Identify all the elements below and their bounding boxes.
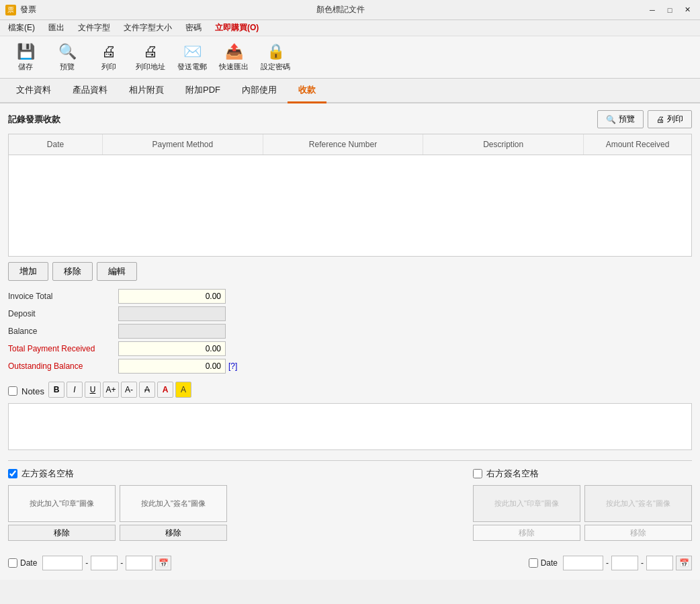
tab-photo-page[interactable]: 相片附頁 bbox=[118, 79, 175, 103]
tab-payment[interactable]: 收款 bbox=[288, 79, 326, 103]
signature-section: 左方簽名空格 按此加入"印章"圖像 按此加入"簽名"圖像 移除 移除 bbox=[8, 460, 692, 541]
right-stamp-button: 按此加入"印章"圖像 bbox=[473, 485, 580, 522]
right-sig-checkbox[interactable] bbox=[473, 469, 482, 478]
set-password-button[interactable]: 🔒 設定密碼 bbox=[255, 39, 296, 75]
tab-attach-pdf[interactable]: 附加PDF bbox=[175, 79, 231, 103]
table-body bbox=[9, 155, 691, 256]
right-sig-label: 右方簽名空格 bbox=[486, 468, 539, 480]
section-title: 記錄發票收款 bbox=[8, 114, 60, 126]
left-date-month-input[interactable] bbox=[91, 556, 118, 570]
signature-row: 左方簽名空格 按此加入"印章"圖像 按此加入"簽名"圖像 移除 移除 bbox=[8, 468, 692, 541]
print-icon: 🖨 bbox=[101, 43, 116, 60]
send-email-icon: ✉️ bbox=[183, 43, 202, 60]
left-sig-label: 左方簽名空格 bbox=[21, 468, 74, 480]
notes-section: Notes B I U A+ A- A A A bbox=[8, 382, 692, 452]
main-content: 記錄發票收款 🔍 預覽 🖨 列印 Date Payment Method Ref… bbox=[0, 103, 700, 580]
right-date-sep2: - bbox=[641, 558, 644, 568]
right-calendar-icon: 📅 bbox=[679, 558, 689, 568]
format-decrease-font-button[interactable]: A- bbox=[121, 382, 137, 398]
left-sig-button[interactable]: 按此加入"簽名"圖像 bbox=[120, 485, 227, 522]
tab-document-info[interactable]: 文件資料 bbox=[5, 79, 62, 103]
right-sig-boxes: 按此加入"印章"圖像 按此加入"簽名"圖像 bbox=[473, 485, 692, 522]
outstanding-balance-label: Outstanding Balance bbox=[8, 361, 116, 371]
col-reference-number: Reference Number bbox=[263, 134, 424, 155]
left-stamp-button[interactable]: 按此加入"印章"圖像 bbox=[8, 485, 116, 522]
preview-toolbar-button[interactable]: 🔍 預覽 bbox=[47, 39, 87, 75]
left-date-row: Date - - 📅 bbox=[8, 556, 171, 570]
window-title: 發票 bbox=[20, 4, 36, 15]
format-underline-button[interactable]: U bbox=[85, 382, 101, 398]
invoice-total-input[interactable] bbox=[118, 289, 226, 304]
tab-internal-use[interactable]: 內部使用 bbox=[231, 79, 288, 103]
left-date-year-input[interactable] bbox=[42, 556, 83, 570]
format-strikethrough-button[interactable]: A bbox=[139, 382, 155, 398]
color-label: 顏色標記文件 bbox=[316, 4, 365, 15]
send-email-button[interactable]: ✉️ 發送電郵 bbox=[172, 39, 212, 75]
left-date-sep1: - bbox=[85, 558, 88, 568]
menu-export[interactable]: 匯出 bbox=[46, 21, 67, 35]
left-date-picker-button[interactable]: 📅 bbox=[155, 556, 171, 570]
notes-textarea[interactable] bbox=[8, 403, 692, 450]
left-sig-checkbox-row: 左方簽名空格 bbox=[8, 468, 227, 480]
right-date-checkbox[interactable] bbox=[529, 558, 538, 568]
right-date-picker-button[interactable]: 📅 bbox=[676, 556, 692, 570]
left-date-checkbox[interactable] bbox=[8, 558, 17, 568]
record-action-buttons: 增加 移除 編輯 bbox=[8, 262, 692, 281]
format-red-text-button[interactable]: A bbox=[157, 382, 173, 398]
left-stamp-remove-button[interactable]: 移除 bbox=[8, 525, 116, 541]
table-header: Date Payment Method Reference Number Des… bbox=[9, 134, 691, 155]
preview-section-button[interactable]: 🔍 預覽 bbox=[597, 110, 644, 128]
notes-checkbox[interactable] bbox=[8, 386, 17, 396]
col-payment-method: Payment Method bbox=[103, 134, 263, 155]
right-date-day-input[interactable] bbox=[646, 556, 673, 570]
add-record-button[interactable]: 增加 bbox=[8, 262, 48, 281]
close-button[interactable]: ✕ bbox=[680, 3, 695, 17]
print-section-button[interactable]: 🖨 列印 bbox=[648, 110, 692, 128]
menu-file[interactable]: 檔案(E) bbox=[5, 21, 38, 35]
left-signature-side: 左方簽名空格 按此加入"印章"圖像 按此加入"簽名"圖像 移除 移除 bbox=[8, 468, 227, 541]
left-sig-remove-button[interactable]: 移除 bbox=[120, 525, 227, 541]
col-date: Date bbox=[9, 134, 103, 155]
print-button[interactable]: 🖨 列印 bbox=[89, 39, 129, 75]
save-label: 儲存 bbox=[18, 62, 33, 72]
notes-header: Notes B I U A+ A- A A A bbox=[8, 382, 692, 400]
print-address-button[interactable]: 🖨 列印地址 bbox=[130, 39, 171, 75]
minimize-button[interactable]: ─ bbox=[645, 3, 660, 17]
tab-product-info[interactable]: 產品資料 bbox=[62, 79, 118, 103]
left-sig-checkbox[interactable] bbox=[8, 469, 17, 478]
help-link[interactable]: [?] bbox=[228, 361, 249, 371]
right-date-month-input[interactable] bbox=[611, 556, 638, 570]
left-date-label: Date bbox=[20, 558, 37, 568]
format-increase-font-button[interactable]: A+ bbox=[103, 382, 119, 398]
deposit-label: Deposit bbox=[8, 309, 116, 318]
total-payment-received-input[interactable] bbox=[118, 341, 226, 356]
preview-section-icon: 🔍 bbox=[606, 115, 616, 124]
set-password-icon: 🔒 bbox=[267, 43, 285, 60]
print-address-icon: 🖨 bbox=[143, 43, 158, 60]
print-section-icon: 🖨 bbox=[656, 115, 664, 124]
bottom-date-row: Date - - 📅 Date - - 📅 bbox=[8, 548, 692, 573]
right-date-year-input[interactable] bbox=[563, 556, 603, 570]
left-sig-remove-row: 移除 移除 bbox=[8, 525, 227, 541]
menu-font[interactable]: 文件字型 bbox=[75, 21, 113, 35]
right-sig-button: 按此加入"簽名"圖像 bbox=[584, 485, 692, 522]
menu-font-size[interactable]: 文件字型大小 bbox=[121, 21, 175, 35]
left-date-day-input[interactable] bbox=[126, 556, 152, 570]
menu-buy-now[interactable]: 立即購買(O) bbox=[212, 21, 261, 35]
remove-record-button[interactable]: 移除 bbox=[52, 262, 93, 281]
edit-record-button[interactable]: 編輯 bbox=[97, 262, 137, 281]
format-bold-button[interactable]: B bbox=[48, 382, 64, 398]
menu-password[interactable]: 密碼 bbox=[183, 21, 204, 35]
total-payment-received-label: Total Payment Received bbox=[8, 344, 116, 353]
format-highlight-button[interactable]: A bbox=[175, 382, 191, 398]
format-italic-button[interactable]: I bbox=[67, 382, 83, 398]
save-button[interactable]: 💾 儲存 bbox=[5, 39, 46, 75]
right-date-label: Date bbox=[541, 558, 558, 568]
outstanding-balance-input[interactable] bbox=[118, 359, 226, 374]
col-description: Description bbox=[423, 134, 584, 155]
balance-input[interactable] bbox=[118, 324, 226, 339]
toolbar: 💾 儲存 🔍 預覽 🖨 列印 🖨 列印地址 ✉️ 發送電郵 📤 快速匯出 🔒 設… bbox=[0, 36, 700, 79]
maximize-button[interactable]: □ bbox=[662, 3, 677, 17]
deposit-input[interactable] bbox=[118, 306, 226, 321]
quick-export-button[interactable]: 📤 快速匯出 bbox=[214, 39, 254, 75]
